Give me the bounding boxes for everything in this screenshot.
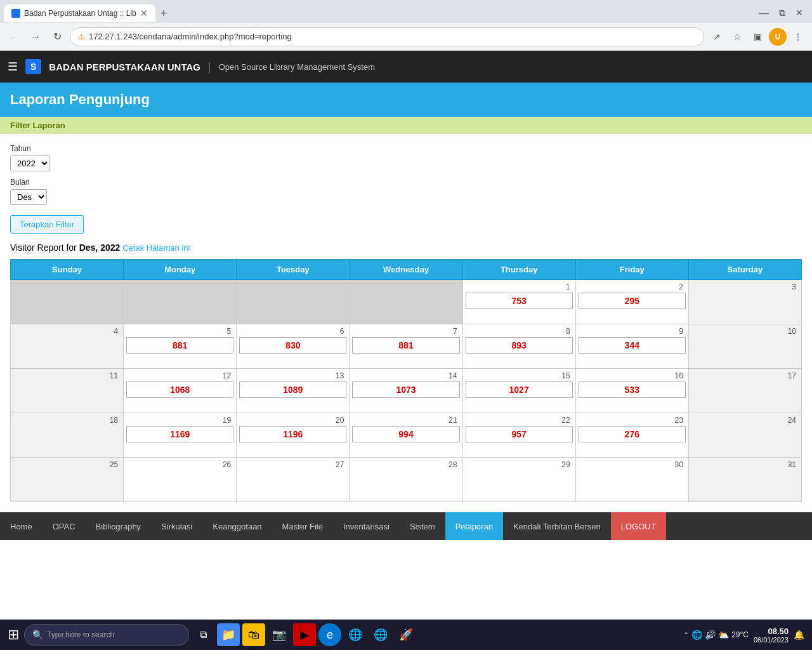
print-link[interactable]: Cetak Halaman ini <box>122 243 190 253</box>
calendar-day-cell[interactable]: 2295 <box>575 280 688 324</box>
day-count-box: 1089 <box>239 381 346 398</box>
report-title: Visitor Report for Des, 2022 Cetak Halam… <box>10 242 802 253</box>
calendar-day-cell[interactable]: 23276 <box>575 413 688 458</box>
profile-button[interactable]: U <box>769 28 787 46</box>
day-count-value: 893 <box>511 340 526 350</box>
calendar-day-cell: 27 <box>237 458 350 502</box>
day-number: 17 <box>691 371 799 380</box>
calendar-day-cell[interactable]: 191169 <box>124 413 237 458</box>
filter-label[interactable]: Filter Laporan <box>10 121 65 130</box>
new-tab-button[interactable]: + <box>155 4 173 23</box>
view-button[interactable]: ▣ <box>749 28 766 46</box>
calendar-day-cell[interactable]: 21994 <box>350 413 462 458</box>
reload-button[interactable]: ↻ <box>48 28 66 46</box>
calendar-day-header: Saturday <box>688 260 801 280</box>
security-icon: ⚠ <box>78 32 85 41</box>
calendar-day-cell[interactable]: 16533 <box>575 369 688 413</box>
bottom-nav-item-master-file[interactable]: Master File <box>272 512 333 540</box>
page-title-bar: Laporan Pengunjung <box>0 83 812 117</box>
day-count-value: 276 <box>625 429 639 439</box>
day-number: 23 <box>579 416 686 425</box>
tab-title: Badan Perpustakaan Untag :: Lib <box>24 9 136 18</box>
calendar-day-cell[interactable]: 5881 <box>124 324 237 369</box>
day-number: 29 <box>466 460 573 469</box>
calendar-day-cell[interactable]: 8893 <box>462 324 575 369</box>
day-number: 18 <box>13 416 121 425</box>
calendar-day-cell[interactable]: 201196 <box>237 413 350 458</box>
bottom-nav-item-home[interactable]: Home <box>0 512 43 540</box>
day-number: 2 <box>579 282 686 291</box>
bottom-nav-item-bibliography[interactable]: Bibliography <box>86 512 152 540</box>
calendar-day-cell[interactable]: 151027 <box>462 369 575 413</box>
day-number: 20 <box>239 416 346 425</box>
bookmark-button[interactable]: ☆ <box>728 28 746 46</box>
tab-close-icon[interactable]: ✕ <box>140 8 148 18</box>
bottom-nav-item-keanggotaan[interactable]: Keanggotaan <box>202 512 272 540</box>
share-button[interactable]: ↗ <box>708 28 726 46</box>
tab-favicon <box>11 9 20 18</box>
report-intro: Visitor Report for <box>10 242 79 253</box>
url-text: 172.27.1.243/cendana/admin/index.php?mod… <box>89 32 696 41</box>
bottom-nav-item-sistem[interactable]: Sistem <box>400 512 445 540</box>
calendar-day-cell[interactable]: 1753 <box>462 280 575 324</box>
day-number: 15 <box>466 371 573 380</box>
day-number: 31 <box>691 460 799 469</box>
app-subtitle: Open Source Library Management System <box>219 62 375 72</box>
calendar-day-cell[interactable]: 141073 <box>350 369 462 413</box>
day-number: 22 <box>466 416 573 425</box>
browser-chrome: Badan Perpustakaan Untag :: Lib ✕ + — ⧉ … <box>0 0 812 51</box>
calendar-day-cell[interactable]: 6830 <box>237 324 350 369</box>
day-number: 7 <box>352 327 459 336</box>
calendar-day-cell: 25 <box>11 458 124 502</box>
day-number: 12 <box>126 371 233 380</box>
back-button[interactable]: ← <box>5 28 23 46</box>
bottom-nav-item-sirkulasi[interactable]: Sirkulasi <box>151 512 202 540</box>
restore-button[interactable]: ⧉ <box>775 6 789 20</box>
address-bar[interactable]: ⚠ 172.27.1.243/cendana/admin/index.php?m… <box>70 27 704 46</box>
calendar-week-row: 111210681310891410731510271653317 <box>11 369 802 413</box>
minimize-button[interactable]: — <box>755 6 773 20</box>
day-number: 11 <box>13 371 121 380</box>
tahun-select[interactable]: 2022 2021 2020 2019 <box>10 156 50 171</box>
tahun-group: Tahun 2022 2021 2020 2019 <box>10 144 802 171</box>
close-button[interactable]: ✕ <box>792 6 807 20</box>
calendar-day-cell <box>350 280 462 324</box>
bottom-nav-item-kendali-terbitan-berseri[interactable]: Kendali Terbitan Berseri <box>503 512 611 540</box>
bulan-select[interactable]: JanFebMarApr MeiJunJulAgs SepOktNovDes <box>10 189 47 205</box>
browser-nav-bar: ← → ↻ ⚠ 172.27.1.243/cendana/admin/index… <box>0 23 812 51</box>
active-tab[interactable]: Badan Perpustakaan Untag :: Lib ✕ <box>4 4 155 22</box>
day-count-box: 893 <box>466 337 573 354</box>
calendar-day-cell: 30 <box>575 458 688 502</box>
calendar-day-cell <box>237 280 350 324</box>
forward-button[interactable]: → <box>27 28 44 46</box>
bulan-label: Bulan <box>10 178 802 187</box>
bottom-nav-item-logout[interactable]: LOGOUT <box>611 512 666 540</box>
calendar-day-cell[interactable]: 9344 <box>575 324 688 369</box>
calendar-day-cell: 28 <box>350 458 462 502</box>
bottom-nav-item-inventarisasi[interactable]: Inventarisasi <box>333 512 400 540</box>
calendar-day-cell: 10 <box>688 324 801 369</box>
hamburger-menu-icon[interactable]: ☰ <box>8 60 18 74</box>
day-count-box: 1196 <box>239 426 346 442</box>
day-count-value: 1027 <box>509 385 529 395</box>
day-number: 24 <box>691 416 799 425</box>
day-count-box: 1068 <box>126 381 233 398</box>
browser-tabs: Badan Perpustakaan Untag :: Lib ✕ + — ⧉ … <box>0 0 812 23</box>
day-count-box: 881 <box>126 337 233 354</box>
calendar-day-cell[interactable]: 131089 <box>237 369 350 413</box>
calendar-day-cell[interactable]: 7881 <box>350 324 462 369</box>
day-count-box: 957 <box>466 426 573 442</box>
calendar-day-header: Monday <box>124 260 237 280</box>
menu-button[interactable]: ⋮ <box>789 28 807 46</box>
calendar-day-header: Wednesday <box>350 260 462 280</box>
apply-filter-button[interactable]: Terapkan Filter <box>10 215 84 234</box>
calendar-day-cell[interactable]: 22957 <box>462 413 575 458</box>
bottom-nav-item-opac[interactable]: OPAC <box>43 512 86 540</box>
calendar-header-row: SundayMondayTuesdayWednesdayThursdayFrid… <box>11 260 802 280</box>
calendar-day-cell[interactable]: 121068 <box>124 369 237 413</box>
day-count-value: 881 <box>173 340 187 350</box>
day-number: 6 <box>239 327 346 336</box>
calendar-body: 1753229534588168307881889393441011121068… <box>11 280 802 502</box>
day-count-value: 1068 <box>170 385 190 395</box>
bottom-nav-item-pelaporan[interactable]: Pelaporan <box>445 512 503 540</box>
